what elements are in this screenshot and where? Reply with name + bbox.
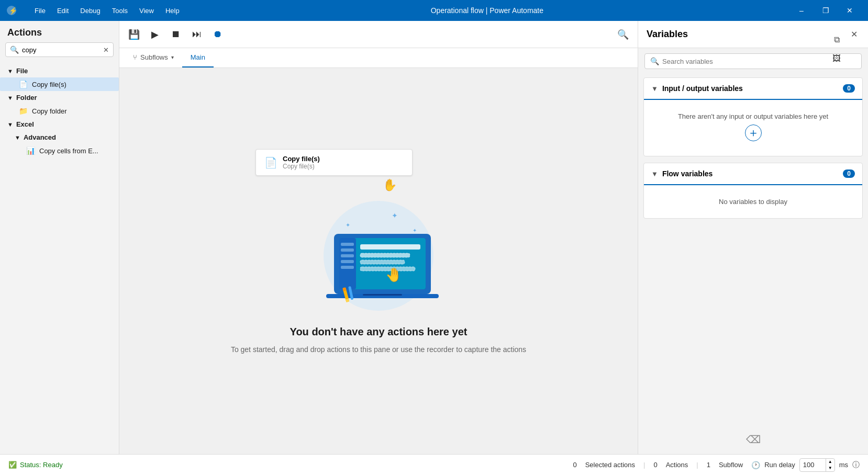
- chevron-down-flow-icon: ▼: [651, 170, 658, 178]
- svg-rect-24: [363, 294, 402, 296]
- flow-variables-section-title: Flow variables: [662, 169, 843, 178]
- chevron-down-icon-folder: ▼: [7, 95, 13, 101]
- drag-preview[interactable]: 📄 Copy file(s) Copy file(s) 🤚: [255, 149, 413, 184]
- tree-item-copy-folder-label: Copy folder: [32, 107, 66, 115]
- tree-section-file-header[interactable]: ▼ File: [0, 64, 119, 77]
- tree-item-copy-cells[interactable]: 📊 Copy cells from E...: [0, 144, 119, 157]
- drag-item-subtitle: Copy file(s): [283, 163, 320, 170]
- empty-state-title: You don't have any actions here yet: [290, 326, 468, 338]
- tree-section-folder-label: Folder: [16, 94, 37, 101]
- tab-main-label: Main: [191, 53, 205, 61]
- save-button[interactable]: 💾: [125, 25, 143, 44]
- variables-side-icons: ⧉ 🖼: [822, 27, 847, 71]
- layers-icon-button[interactable]: ⧉: [828, 31, 845, 48]
- copy-folder-icon: 📁: [19, 107, 28, 115]
- svg-rect-19: [360, 253, 410, 257]
- cursor-pointer-icon: 🤚: [383, 178, 397, 192]
- tree-section-file: ▼ File 📄 Copy file(s): [0, 64, 119, 91]
- run-button[interactable]: ▶: [146, 25, 164, 44]
- svg-text:✦: ✦: [413, 228, 417, 233]
- variables-search-icon: 🔍: [650, 57, 659, 65]
- tree-item-copy-cells-label: Copy cells from E...: [39, 147, 98, 155]
- variables-panel-title: Variables: [647, 29, 849, 40]
- flow-content: 📄 Copy file(s) Copy file(s) 🤚 ✦: [119, 68, 638, 454]
- input-output-variables-section: ▼ Input / output variables 0 There aren'…: [643, 77, 863, 156]
- actions-tree: ▼ File 📄 Copy file(s) ▼ Folder 📁 Copy fo…: [0, 62, 119, 454]
- restore-button[interactable]: ❐: [814, 0, 838, 21]
- tab-main[interactable]: Main: [182, 48, 214, 67]
- menu-view[interactable]: View: [134, 5, 159, 17]
- run-delay-up-button[interactable]: ▲: [826, 459, 834, 465]
- run-delay-unit: ms: [839, 461, 848, 469]
- tree-item-copy-files[interactable]: 📄 Copy file(s): [0, 77, 119, 91]
- tree-section-folder: ▼ Folder 📁 Copy folder: [0, 91, 119, 118]
- tree-item-copy-folder[interactable]: 📁 Copy folder: [0, 104, 119, 118]
- input-output-section-header[interactable]: ▼ Input / output variables 0: [644, 78, 862, 100]
- menu-help[interactable]: Help: [160, 5, 185, 17]
- flow-search-button[interactable]: 🔍: [614, 25, 632, 44]
- menu-debug[interactable]: Debug: [75, 5, 105, 17]
- clock-icon: 🕐: [751, 461, 760, 469]
- actions-label: Actions: [666, 461, 688, 469]
- tree-section-excel-header[interactable]: ▼ Excel: [0, 118, 119, 131]
- menu-tools[interactable]: Tools: [107, 5, 133, 17]
- menu-file[interactable]: File: [29, 5, 51, 17]
- copy-file-icon: 📄: [19, 80, 28, 88]
- app-body: Actions 🔍 ✕ ▼ File 📄 Copy file(s): [0, 21, 868, 454]
- run-delay-down-button[interactable]: ▼: [826, 465, 834, 471]
- svg-rect-18: [360, 244, 420, 250]
- svg-rect-13: [341, 243, 354, 246]
- tree-section-folder-header[interactable]: ▼ Folder: [0, 91, 119, 104]
- add-variable-button[interactable]: ＋: [745, 125, 762, 141]
- stop-button[interactable]: ⏹: [166, 25, 185, 44]
- actions-panel-title: Actions: [0, 21, 119, 42]
- clear-search-icon[interactable]: ✕: [103, 46, 109, 54]
- statusbar-right: 🕐 Run delay 100 ▲ ▼ ms ⓘ: [751, 458, 860, 472]
- flow-variables-section-header[interactable]: ▼ Flow variables 0: [644, 163, 862, 185]
- subsection-advanced-header[interactable]: ▼ Advanced: [0, 131, 119, 144]
- menu-edit[interactable]: Edit: [52, 5, 74, 17]
- close-button[interactable]: ✕: [838, 0, 862, 21]
- variables-eraser-area: ⌫: [638, 425, 868, 454]
- actions-search-box[interactable]: 🔍 ✕: [5, 42, 114, 57]
- input-output-count-badge: 0: [843, 84, 855, 93]
- subflow-count: 1: [707, 461, 710, 469]
- flow-variables-empty-text: No variables to display: [644, 185, 862, 218]
- input-output-empty-text: There aren't any input or output variabl…: [644, 100, 862, 156]
- minimize-button[interactable]: –: [789, 0, 814, 21]
- chevron-down-icon-advanced: ▼: [15, 134, 20, 141]
- toolbar: 💾 ▶ ⏹ ⏭ ⏺ 🔍: [119, 21, 638, 48]
- variables-close-button[interactable]: ✕: [849, 27, 860, 41]
- image-icon-button[interactable]: 🖼: [828, 50, 845, 67]
- input-output-section-title: Input / output variables: [662, 84, 843, 93]
- svg-rect-14: [341, 248, 354, 252]
- svg-rect-20: [360, 260, 405, 264]
- tree-section-file-label: File: [16, 67, 28, 75]
- tab-subflows-label: Subflows: [140, 53, 168, 61]
- flow-variables-section: ▼ Flow variables 0 No variables to displ…: [643, 163, 863, 219]
- tree-section-excel-label: Excel: [16, 120, 34, 128]
- titlebar: ⚡ File Edit Debug Tools View Help Operat…: [0, 0, 868, 21]
- run-delay-label: Run delay: [764, 461, 795, 469]
- status-indicator: ✅ Status: Ready: [8, 461, 63, 469]
- drag-item-copy-files[interactable]: 📄 Copy file(s) Copy file(s): [255, 149, 413, 176]
- record-button[interactable]: ⏺: [208, 25, 227, 44]
- actions-search-input[interactable]: [22, 46, 103, 54]
- flow-variables-count-badge: 0: [843, 169, 855, 178]
- subsection-advanced-label: Advanced: [24, 133, 56, 141]
- run-delay-value[interactable]: 100: [800, 459, 826, 471]
- subflows-icon: ⑂: [133, 53, 137, 61]
- step-button[interactable]: ⏭: [187, 25, 206, 44]
- titlebar-menu: File Edit Debug Tools View Help: [29, 5, 185, 17]
- flow-panel: 💾 ▶ ⏹ ⏭ ⏺ 🔍 ⑂ Subflows ▾ Main 📄: [119, 21, 638, 454]
- svg-rect-15: [341, 254, 354, 257]
- empty-illustration: ✦ ✦ ✦ ✦ ✦ ✦: [310, 198, 447, 313]
- info-icon: ⓘ: [852, 460, 860, 470]
- tab-subflows[interactable]: ⑂ Subflows ▾: [125, 48, 182, 67]
- eraser-button[interactable]: ⌫: [746, 433, 761, 446]
- chevron-down-icon-excel: ▼: [7, 121, 13, 128]
- selected-actions-count: 0: [573, 461, 576, 469]
- drag-item-title: Copy file(s): [283, 155, 320, 163]
- chevron-down-subflows: ▾: [171, 54, 174, 60]
- window-title: Operational flow | Power Automate: [194, 6, 780, 15]
